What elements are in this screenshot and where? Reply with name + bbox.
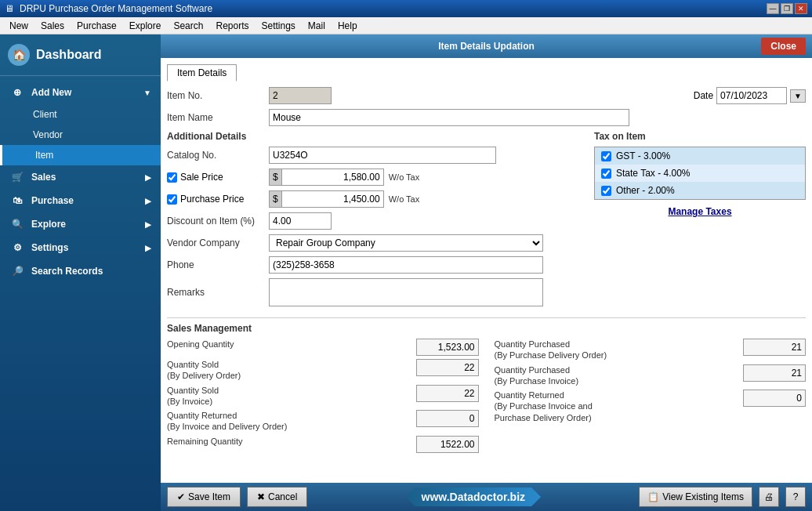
menu-search[interactable]: Search: [167, 19, 209, 33]
title-bar: 🖥 DRPU Purchase Order Management Softwar…: [0, 0, 812, 17]
app-icon: 🖥: [5, 3, 16, 14]
state-tax-checkbox[interactable]: [601, 169, 611, 179]
tax-box: GST - 3.00% State Tax - 4.00% Other - 2.…: [594, 147, 806, 200]
date-input[interactable]: [716, 87, 787, 104]
menu-mail[interactable]: Mail: [302, 19, 332, 33]
discount-input[interactable]: [269, 212, 332, 230]
item-name-row: Item Name: [167, 109, 806, 126]
discount-row: Discount on Item (%): [167, 212, 582, 230]
opening-quantity-value: [416, 339, 479, 356]
sidebar-item-search-records[interactable]: 🔎 Search Records: [0, 259, 161, 283]
website-badge: www.Datadoctor.biz: [406, 487, 542, 506]
print-button[interactable]: 🖨: [759, 487, 779, 507]
sidebar-item-explore[interactable]: 🔍 Explore ▶: [0, 212, 161, 236]
date-section: Date ▼: [694, 87, 806, 104]
vendor-company-select[interactable]: Repair Group Company: [269, 234, 543, 252]
save-check-icon: ✔: [177, 491, 185, 502]
menu-new[interactable]: New: [3, 19, 34, 33]
sidebar-purchase-label: Purchase: [31, 195, 74, 206]
item-label: Item: [35, 150, 53, 161]
view-icon: 📋: [647, 491, 659, 502]
sidebar-item-vendor[interactable]: Vendor: [0, 125, 161, 145]
bottom-bar: ✔ Save Item ✖ Cancel www.Datadoctor.biz …: [161, 483, 812, 511]
help-button[interactable]: ?: [785, 487, 806, 507]
menu-help[interactable]: Help: [332, 19, 364, 33]
purchase-arrow: ▶: [145, 197, 151, 205]
bottom-center: www.Datadoctor.biz: [314, 487, 633, 506]
item-no-row: Item No.: [167, 87, 332, 104]
item-name-input[interactable]: [269, 109, 629, 126]
menu-bar: New Sales Purchase Explore Search Report…: [0, 17, 812, 34]
qty-purchased-invoice-value: [743, 364, 806, 382]
menu-settings[interactable]: Settings: [256, 19, 302, 33]
view-existing-button[interactable]: 📋 View Existing Items: [639, 487, 752, 507]
menu-purchase[interactable]: Purchase: [71, 19, 123, 33]
qty-sold-invoice-row: Quantity Sold (By Invoice): [167, 385, 479, 408]
cancel-button[interactable]: ✖ Cancel: [247, 487, 307, 507]
sidebar-header: 🏠 Dashboard: [0, 34, 161, 76]
state-tax-label: State Tax - 4.00%: [616, 168, 691, 179]
manage-taxes-link[interactable]: Manage Taxes: [594, 206, 806, 217]
help-icon: ?: [793, 491, 799, 502]
sidebar-explore-label: Explore: [31, 219, 66, 230]
vendor-company-label: Vendor Company: [167, 237, 269, 248]
calendar-button[interactable]: ▼: [790, 89, 806, 103]
sidebar: 🏠 Dashboard ⊕ Add New ▼ Client Vendor It…: [0, 34, 161, 511]
qty-returned-purchase-label: Quantity Returned (By Purchase Invoice a…: [495, 390, 744, 423]
menu-explore[interactable]: Explore: [123, 19, 168, 33]
vendor-label: Vendor: [33, 129, 63, 140]
item-name-label: Item Name: [167, 112, 269, 123]
sidebar-item-item[interactable]: Item: [0, 145, 161, 165]
sidebar-item-add-new-label: Add New: [31, 87, 71, 98]
save-button[interactable]: ✔ Save Item: [167, 487, 241, 507]
title-bar-buttons: — ❐ ✕: [767, 3, 807, 14]
catalog-no-row: Catalog No.: [167, 147, 582, 164]
qty-returned-purchase-row: Quantity Returned (By Purchase Invoice a…: [495, 390, 807, 423]
sale-price-label: Sale Price: [167, 172, 269, 183]
opening-quantity-row: Opening Quantity: [167, 339, 479, 356]
menu-reports[interactable]: Reports: [209, 19, 255, 33]
sidebar-item-client[interactable]: Client: [0, 104, 161, 125]
sidebar-sales-label: Sales: [31, 172, 56, 183]
sale-price-row: Sale Price $ W/o Tax: [167, 169, 582, 186]
sale-price-checkbox[interactable]: [167, 172, 177, 183]
additional-details-title: Additional Details: [167, 131, 582, 142]
gst-checkbox[interactable]: [601, 151, 611, 161]
item-no-input[interactable]: [269, 87, 332, 104]
phone-input[interactable]: [269, 256, 543, 274]
qty-sold-delivery-label: Quantity Sold (By Delivery Order): [167, 359, 416, 382]
sidebar-item-sales[interactable]: 🛒 Sales ▶: [0, 165, 161, 189]
close-window-button[interactable]: ✕: [795, 3, 807, 14]
remarks-textarea[interactable]: [269, 278, 543, 306]
save-label: Save Item: [188, 491, 230, 502]
tax-on-item-title: Tax on Item: [594, 131, 806, 142]
discount-label: Discount on Item (%): [167, 216, 269, 227]
phone-row: Phone: [167, 256, 582, 274]
website-text: www.Datadoctor.biz: [422, 491, 526, 503]
sales-left-col: Opening Quantity Quantity Sold (By Deliv…: [167, 339, 479, 456]
vendor-company-row: Vendor Company Repair Group Company: [167, 234, 582, 252]
tax-item-gst: GST - 3.00%: [595, 147, 805, 165]
dialog-title: Item Details Updation: [438, 41, 535, 52]
sidebar-item-purchase[interactable]: 🛍 Purchase ▶: [0, 189, 161, 212]
menu-sales[interactable]: Sales: [34, 19, 71, 33]
settings-arrow: ▶: [145, 244, 151, 252]
sidebar-search-label: Search Records: [31, 266, 103, 277]
minimize-button[interactable]: —: [767, 3, 779, 14]
qty-returned-purchase-value: [743, 390, 806, 407]
sidebar-settings-label: Settings: [31, 242, 68, 253]
purchase-price-input[interactable]: [282, 190, 384, 208]
sale-price-input[interactable]: [282, 169, 384, 186]
purchase-price-checkbox[interactable]: [167, 194, 177, 205]
catalog-no-input[interactable]: [269, 147, 496, 164]
sales-grid: Opening Quantity Quantity Sold (By Deliv…: [167, 339, 806, 456]
dialog-close-button[interactable]: Close: [761, 38, 806, 55]
tab-item-details[interactable]: Item Details: [167, 64, 237, 82]
sales-right-col: Quantity Purchased (By Purchase Delivery…: [495, 339, 807, 456]
add-new-arrow: ▼: [143, 89, 151, 97]
maximize-button[interactable]: ❐: [781, 3, 793, 14]
other-tax-checkbox[interactable]: [601, 186, 611, 196]
qty-purchased-invoice-label: Quantity Purchased (By Purchase Invoice): [495, 364, 744, 387]
sidebar-item-settings[interactable]: ⚙ Settings ▶: [0, 236, 161, 259]
sidebar-item-add-new[interactable]: ⊕ Add New ▼: [0, 81, 161, 104]
